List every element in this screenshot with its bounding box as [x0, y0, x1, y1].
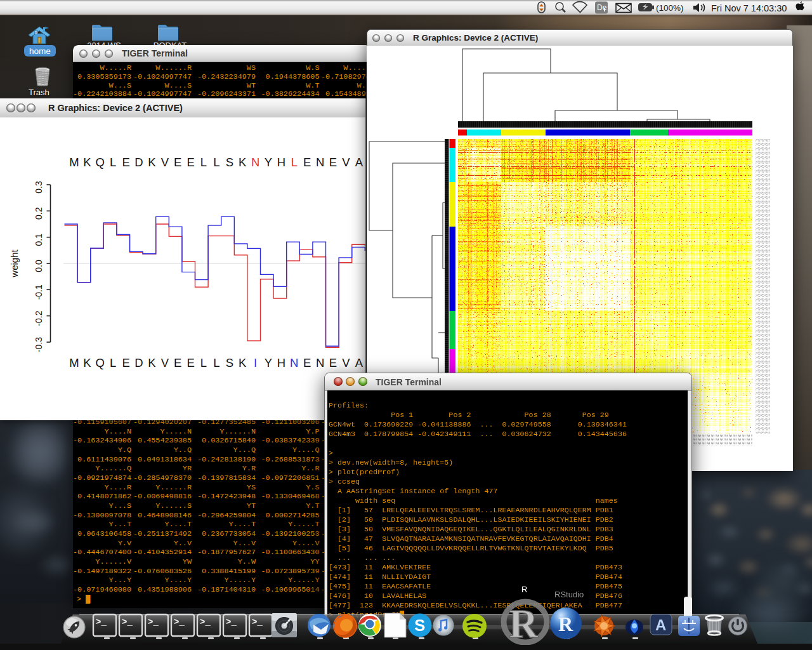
svg-text:E: E	[174, 156, 181, 169]
svg-text:K: K	[83, 356, 91, 369]
svg-text:>_: >_	[200, 617, 211, 627]
svg-text:Y: Y	[265, 156, 272, 169]
svg-text:-0.1: -0.1	[34, 284, 44, 300]
svg-text:E: E	[303, 156, 311, 169]
svg-text:>_: >_	[96, 617, 107, 627]
svg-text:A: A	[355, 156, 363, 169]
svg-text:N: N	[316, 356, 324, 369]
svg-text:E: E	[303, 356, 311, 369]
svg-text:0.3: 0.3	[34, 181, 44, 194]
svg-text:H: H	[277, 356, 285, 369]
svg-text:L: L	[213, 156, 219, 169]
svg-text:E: E	[122, 356, 129, 369]
svg-text:L: L	[200, 156, 207, 169]
svg-text:H: H	[277, 156, 285, 169]
svg-text:D: D	[134, 356, 143, 369]
svg-text:S: S	[226, 156, 233, 169]
svg-text:0.0: 0.0	[34, 260, 44, 272]
svg-text:L: L	[200, 356, 207, 369]
svg-text:K: K	[239, 356, 247, 369]
svg-text:N: N	[316, 156, 324, 169]
svg-text:>_: >_	[148, 617, 159, 627]
svg-text:>_: >_	[226, 617, 237, 627]
svg-text:A: A	[355, 356, 363, 369]
svg-text:D: D	[134, 156, 143, 169]
svg-text:E: E	[187, 156, 194, 169]
svg-text:K: K	[148, 356, 156, 369]
svg-text:0.2: 0.2	[34, 207, 44, 220]
svg-text:-0.2: -0.2	[34, 310, 44, 326]
svg-text:0.1: 0.1	[34, 234, 44, 246]
svg-text:V: V	[342, 156, 350, 169]
svg-text:K: K	[239, 156, 247, 169]
svg-text:Fri Nov 7 14:03:30: Fri Nov 7 14:03:30	[711, 3, 787, 13]
svg-text:M: M	[69, 356, 79, 369]
svg-text:S: S	[226, 356, 233, 369]
svg-text:weight: weight	[9, 249, 20, 277]
svg-text:E: E	[174, 356, 181, 369]
svg-text:V: V	[342, 356, 350, 369]
svg-text:E: E	[187, 356, 194, 369]
svg-text:K: K	[148, 156, 156, 169]
svg-text:R: R	[509, 601, 539, 645]
svg-text:A: A	[655, 616, 666, 633]
svg-text:De: De	[597, 3, 607, 12]
svg-text:M: M	[69, 156, 79, 169]
svg-text:L: L	[110, 156, 116, 169]
svg-text:>_: >_	[122, 617, 133, 627]
svg-text:(100%): (100%)	[656, 3, 684, 13]
svg-text:Y: Y	[265, 356, 272, 369]
svg-text:S: S	[414, 616, 425, 635]
svg-text:Q: Q	[96, 356, 105, 369]
svg-text:Q: Q	[96, 156, 105, 169]
svg-text:N: N	[251, 156, 259, 169]
svg-text:L: L	[213, 356, 219, 369]
svg-text:V: V	[161, 156, 169, 169]
svg-text:-0.3: -0.3	[34, 337, 44, 352]
svg-text:>_: >_	[252, 617, 263, 627]
svg-text:K: K	[83, 156, 91, 169]
svg-text:V: V	[161, 356, 169, 369]
svg-text:L: L	[291, 156, 298, 169]
svg-text:R: R	[558, 613, 573, 635]
svg-text:E: E	[122, 156, 129, 169]
svg-text:E: E	[329, 156, 337, 169]
svg-text:L: L	[110, 356, 116, 369]
svg-text:N: N	[290, 356, 298, 369]
svg-text:E: E	[329, 356, 337, 369]
svg-text:I: I	[254, 356, 257, 369]
svg-text:>_: >_	[174, 617, 185, 627]
